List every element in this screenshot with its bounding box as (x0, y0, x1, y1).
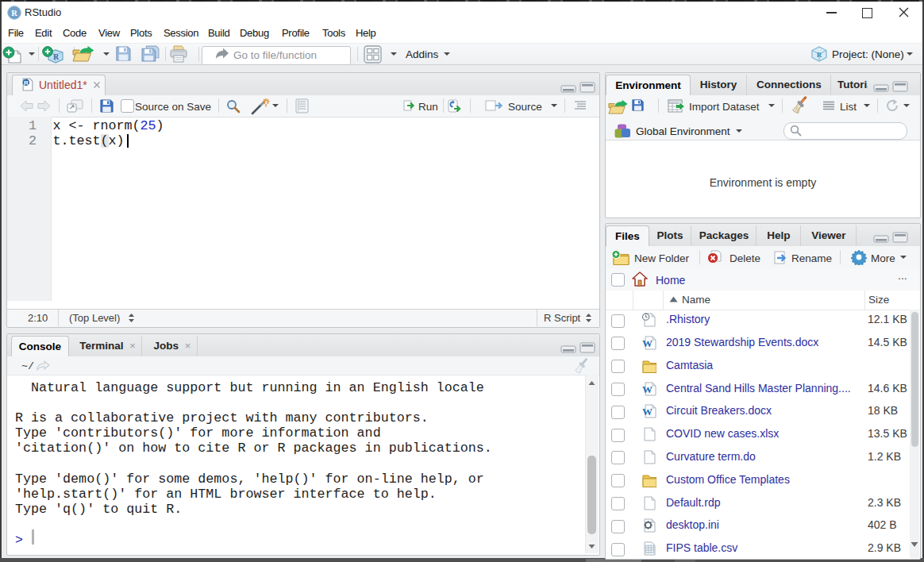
svg-text:R: R (24, 79, 29, 87)
svg-text:W: W (642, 337, 653, 348)
svg-text:R: R (817, 51, 822, 59)
svg-text:R: R (53, 52, 60, 61)
svg-text:W: W (642, 406, 653, 418)
svg-text:W: W (642, 383, 653, 395)
svg-text:R: R (11, 9, 17, 17)
